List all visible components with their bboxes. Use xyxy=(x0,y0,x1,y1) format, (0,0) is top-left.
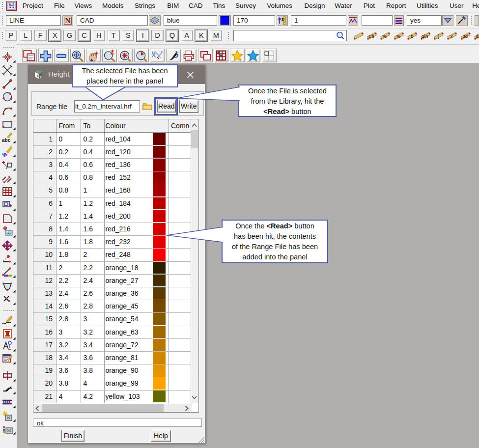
svg-text:Ch: Ch xyxy=(369,34,374,39)
svg-text:z: z xyxy=(411,34,413,39)
svg-text:N: N xyxy=(65,17,71,25)
svg-text:x: x xyxy=(451,34,453,39)
svg-text:3d: 3d xyxy=(463,34,468,39)
svg-text:(: ( xyxy=(438,34,439,39)
svg-text:%: % xyxy=(396,34,400,39)
svg-text:d: d xyxy=(40,75,41,78)
svg-text:1in: 1in xyxy=(422,34,428,39)
svg-text:abc: abc xyxy=(2,138,11,143)
svg-text:%: % xyxy=(383,34,387,39)
svg-text:dZ: dZ xyxy=(476,34,479,39)
svg-text:z: z xyxy=(282,17,284,22)
